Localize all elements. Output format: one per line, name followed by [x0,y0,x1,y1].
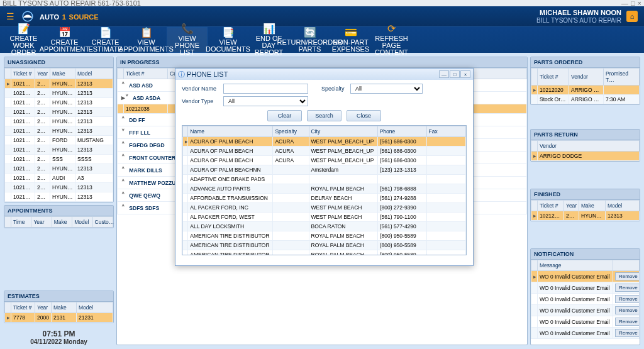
table-row[interactable]: 10212…2017HYUNDAI12313 [5,89,113,98]
column-header[interactable]: Vendor [538,141,640,152]
column-header[interactable]: Name [188,126,273,137]
column-header[interactable]: Model [606,201,640,211]
column-header[interactable]: Model [72,217,92,228]
toolbar-create-work-order[interactable]: 📝CREATEWORK ORDER [3,27,44,53]
search-button[interactable]: Search [307,110,341,121]
column-header[interactable]: City [309,126,377,137]
table-row[interactable]: ADVANCE AUTO PARTSROYAL PALM BEACH(561) … [183,184,466,194]
column-header[interactable]: Message [538,260,613,271]
appointments-table[interactable]: TimeYearMakeModelCusto… [4,216,113,228]
remove-button[interactable]: Remove [615,318,640,326]
toolbar-return/reorder-parts[interactable]: 🔄RETURN/REORDERPARTS [289,27,330,53]
table-row[interactable]: WO 0 Invalid Customer EmailRemove [531,305,640,316]
table-row[interactable]: ACURA OF PALM BEACHACURAWEST PALM_BEACH_… [183,156,466,165]
table-row[interactable]: ▸ACURA OF PALM BEACHACURAWEST PALM_BEACH… [183,137,466,147]
dialog-close-icon[interactable]: × [460,70,470,78]
toolbar-view-documents[interactable]: 📑VIEWDOCUMENTS [208,27,248,53]
clear-button[interactable]: Clear [267,110,302,121]
table-row[interactable]: ▸WO 0 Invalid Customer EmailRemove [531,271,640,282]
table-row[interactable]: ▸77782000213121231 [5,313,113,323]
column-header[interactable]: Model [75,69,113,79]
table-row[interactable]: AMERICAN TIRE DISTRIBUTORROYAL PALM BEAC… [183,231,466,241]
column-header[interactable]: Make [52,217,72,228]
column-header[interactable]: Year [35,302,52,313]
column-header[interactable]: Make [52,302,77,313]
max-icon[interactable]: □ [631,0,635,7]
column-header[interactable]: Model [77,302,113,313]
specialty-select[interactable]: All [350,84,423,94]
table-row[interactable]: 10212…2017HYUNDAI12313 [5,108,113,117]
column-header[interactable]: Year [564,201,579,211]
column-header[interactable]: Year [35,69,50,79]
column-header[interactable]: Time [11,217,31,228]
table-row[interactable]: 10212…2017HYUNDAI12313 [5,145,113,155]
table-row[interactable]: AFFORDABLE TRANSMISSIONDELRAY BEACH(561)… [183,194,466,203]
close-button[interactable]: Close [347,110,381,121]
toolbar-view-phone-list[interactable]: 📞VIEWPHONE LIST [167,27,208,53]
toolbar-non-part-expenses[interactable]: 💳NON-PARTEXPENSES [330,27,371,53]
column-header[interactable]: Specialty [273,126,309,137]
notification-table[interactable]: Message▸WO 0 Invalid Customer EmailRemov… [531,260,640,339]
column-header[interactable] [118,69,124,79]
table-row[interactable]: AL PACKER FORD, WESTWEST PALM BEACH(561)… [183,213,466,222]
table-row[interactable]: ▸10212020ARRIGO DOD… [531,86,640,95]
column-header[interactable]: Phone [377,126,426,137]
table-row[interactable]: ACURA OF PALM BEACHACURAWEST PALM_BEACH_… [183,147,466,156]
table-row[interactable]: ALL DAY LOCKSMITHBOCA RATON(561) 577-429… [183,222,466,231]
column-header[interactable]: Ticket # [538,69,569,86]
column-header[interactable]: Year [31,217,52,228]
table-row[interactable]: ▸102120…2017HYUNDAI12313 [531,211,640,221]
table-row[interactable]: AMERICAN TIRE DISTRIBUTORROYAL PALM BEAC… [183,241,466,250]
min-icon[interactable]: — [621,0,628,7]
table-row[interactable]: 10212…2017HYUNDAI12313 [5,183,113,192]
remove-button[interactable]: Remove [615,272,640,280]
table-row[interactable]: 10212…2017HYUNDAI12313 [5,98,113,108]
close-icon[interactable]: × [638,0,641,7]
table-row[interactable]: 10212…2015FORDMUSTANG [5,136,113,145]
parts-ordered-table[interactable]: Ticket #VendorPromised T…▸10212020ARRIGO… [531,68,640,104]
vendor-name-input[interactable] [223,84,308,94]
table-row[interactable]: WO 0 Invalid Customer EmailRemove [531,294,640,305]
phone-list-table[interactable]: NameSpecialtyCityPhoneFax▸ACURA OF PALM … [182,126,466,255]
toolbar-create-appointment[interactable]: 📅CREATEAPPOINTMENT [44,27,85,53]
dialog-min-icon[interactable]: — [439,70,449,78]
toolbar-refresh-page-content[interactable]: ⟳REFRESHPAGE CONTENT [371,27,412,53]
table-row[interactable]: ▸10212…2017HYUNDAI12313 [5,79,113,89]
toolbar-view-appointments[interactable]: 📋VIEWAPPOINTMENTS [126,27,167,53]
column-header[interactable]: Ticket # [124,69,168,79]
table-row[interactable]: 10212…2017AUDIA3 [5,174,113,183]
table-row[interactable]: WO 0 Invalid Customer EmailRemove [531,328,640,339]
table-row[interactable]: AL PACKER FORD, INCWEST PALM BEACH(800) … [183,203,466,213]
column-header[interactable]: Fax [426,126,465,137]
table-row[interactable]: ADAPTIVE ONE BRAKE PADS [183,175,466,184]
column-header[interactable]: Ticket # [11,302,35,313]
table-row[interactable]: 10212…2020SSSSSSS [5,155,113,164]
estimates-table[interactable]: Ticket #YearMakeModel▸77782000213121231 [4,302,113,323]
column-header[interactable]: Custo… [92,217,113,228]
table-row[interactable]: 10212…2017HYUNDAI12313 [5,164,113,174]
vendor-type-select[interactable]: All [223,96,308,106]
table-row[interactable]: 10212…2017HYUNDAI12313 [5,192,113,202]
table-row[interactable]: Stock OrderARRIGO DOD…7:30 AM [531,95,640,104]
table-row[interactable]: ACURA OF PALM BEACHNNAmsterdam(123) 123-… [183,165,466,175]
remove-button[interactable]: Remove [615,284,640,292]
table-row[interactable]: ▸ARRIGO DODGE [531,152,640,161]
column-header[interactable]: Ticket # [538,201,564,211]
finished-table[interactable]: Ticket #YearMakeModel▸102120…2017HYUNDAI… [531,200,640,221]
table-row[interactable]: 10212…2017HYUNDAI12313 [5,117,113,126]
column-header[interactable] [183,126,188,137]
table-row[interactable]: AMERICAN TIRE DISTRIBUTORROYAL PALM BEAC… [183,250,466,256]
column-header[interactable]: Promised T… [604,69,640,86]
dialog-title-bar[interactable]: ⓘ PHONE LIST — □ × [175,69,473,80]
unassigned-table[interactable]: Ticket #YearMakeModel▸10212…2017HYUNDAI1… [4,68,113,202]
column-header[interactable]: Make [579,201,606,211]
parts-return-table[interactable]: Vendor▸ARRIGO DODGE [531,140,640,161]
remove-button[interactable]: Remove [615,306,640,314]
menu-icon[interactable]: ☰ [6,11,14,21]
column-header[interactable]: Make [50,69,75,79]
remove-button[interactable]: Remove [615,329,640,337]
table-row[interactable]: WO 0 Invalid Customer EmailRemove [531,316,640,328]
column-header[interactable] [613,260,640,271]
system-icon[interactable]: ⌂ [626,11,638,22]
table-row[interactable]: 10212…2017HYUNDAI12313 [5,126,113,136]
